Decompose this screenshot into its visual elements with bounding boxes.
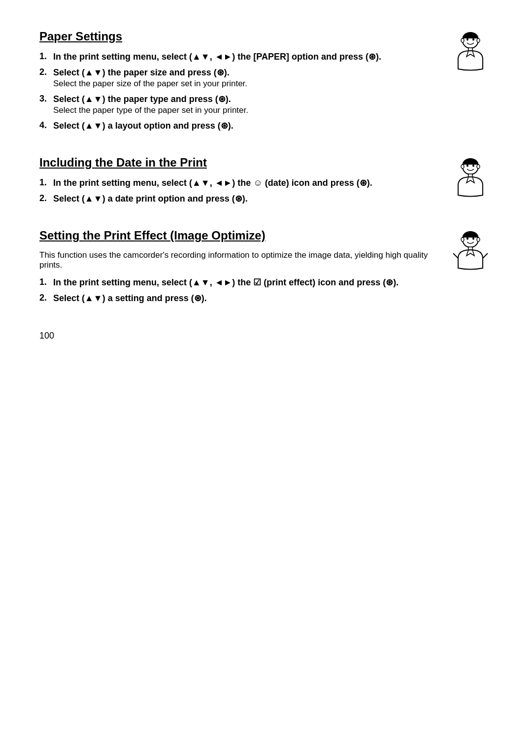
step-item: 2. Select (▲▼) a setting and press (⊛).: [39, 293, 433, 304]
step-item: 2. Select (▲▼) the paper size and press …: [39, 67, 433, 89]
step-number: 2.: [39, 67, 53, 89]
person-icon-1: [448, 30, 493, 76]
step-item: 1. In the print setting menu, select (▲▼…: [39, 51, 433, 62]
step-text: In the print setting menu, select (▲▼, ◄…: [53, 277, 399, 287]
step-item: 2. Select (▲▼) a date print option and p…: [39, 193, 433, 204]
paper-settings-section: Paper Settings 1. In the print setting m…: [39, 30, 493, 131]
step-item: 1. In the print setting menu, select (▲▼…: [39, 277, 433, 288]
step-number: 1.: [39, 277, 53, 288]
step-item: 3. Select (▲▼) the paper type and press …: [39, 94, 433, 115]
page-number: 100: [39, 331, 54, 341]
step-item: 4. Select (▲▼) a layout option and press…: [39, 120, 433, 131]
step-text: Select (▲▼) a setting and press (⊛).: [53, 293, 207, 303]
including-date-section: Including the Date in the Print 1. In th…: [39, 156, 493, 204]
print-effect-section: Setting the Print Effect (Image Optimize…: [39, 229, 493, 304]
step-content: In the print setting menu, select (▲▼, ◄…: [53, 177, 433, 188]
svg-point-16: [461, 238, 464, 241]
step-item: 1. In the print setting menu, select (▲▼…: [39, 177, 433, 188]
print-effect-intro: This function uses the camcorder's recor…: [39, 250, 433, 270]
person-icon-2: [448, 156, 493, 203]
svg-point-11: [477, 165, 480, 169]
svg-point-7: [466, 165, 468, 167]
step-content: In the print setting menu, select (▲▼, ◄…: [53, 51, 433, 62]
including-date-title: Including the Date in the Print: [39, 156, 433, 170]
print-effect-title: Setting the Print Effect (Image Optimize…: [39, 229, 433, 242]
paper-settings-title: Paper Settings: [39, 30, 433, 43]
svg-point-4: [461, 38, 464, 42]
step-content: Select (▲▼) the paper type and press (⊛)…: [53, 94, 433, 115]
step-sub: Select the paper type of the paper set i…: [53, 105, 433, 115]
page: Paper Settings 1. In the print setting m…: [0, 0, 532, 361]
step-content: Select (▲▼) a setting and press (⊛).: [53, 293, 433, 304]
svg-point-1: [466, 38, 468, 41]
step-number: 1.: [39, 177, 53, 188]
step-sub: Select the paper size of the paper set i…: [53, 79, 433, 89]
svg-point-14: [472, 238, 474, 240]
step-content: In the print setting menu, select (▲▼, ◄…: [53, 277, 433, 288]
step-text: Select (▲▼) the paper size and press (⊛)…: [53, 68, 230, 77]
svg-point-17: [477, 238, 480, 241]
step-number: 4.: [39, 120, 53, 131]
person-icon-3: [448, 229, 493, 275]
svg-point-13: [466, 238, 468, 240]
paper-settings-steps: 1. In the print setting menu, select (▲▼…: [39, 51, 433, 131]
print-effect-steps: 1. In the print setting menu, select (▲▼…: [39, 277, 433, 304]
step-content: Select (▲▼) the paper size and press (⊛)…: [53, 67, 433, 89]
including-date-steps: 1. In the print setting menu, select (▲▼…: [39, 177, 433, 204]
step-number: 2.: [39, 293, 53, 304]
svg-point-5: [477, 38, 480, 42]
step-number: 2.: [39, 193, 53, 204]
step-text: Select (▲▼) the paper type and press (⊛)…: [53, 94, 231, 104]
step-text: In the print setting menu, select (▲▼, ◄…: [53, 52, 381, 62]
svg-point-10: [461, 165, 464, 169]
step-text: Select (▲▼) a date print option and pres…: [53, 194, 248, 204]
svg-point-2: [472, 38, 474, 41]
svg-point-8: [472, 165, 474, 167]
step-text: Select (▲▼) a layout option and press (⊛…: [53, 121, 233, 131]
step-text: In the print setting menu, select (▲▼, ◄…: [53, 178, 372, 188]
step-number: 3.: [39, 94, 53, 115]
step-number: 1.: [39, 51, 53, 62]
step-content: Select (▲▼) a date print option and pres…: [53, 193, 433, 204]
step-content: Select (▲▼) a layout option and press (⊛…: [53, 120, 433, 131]
